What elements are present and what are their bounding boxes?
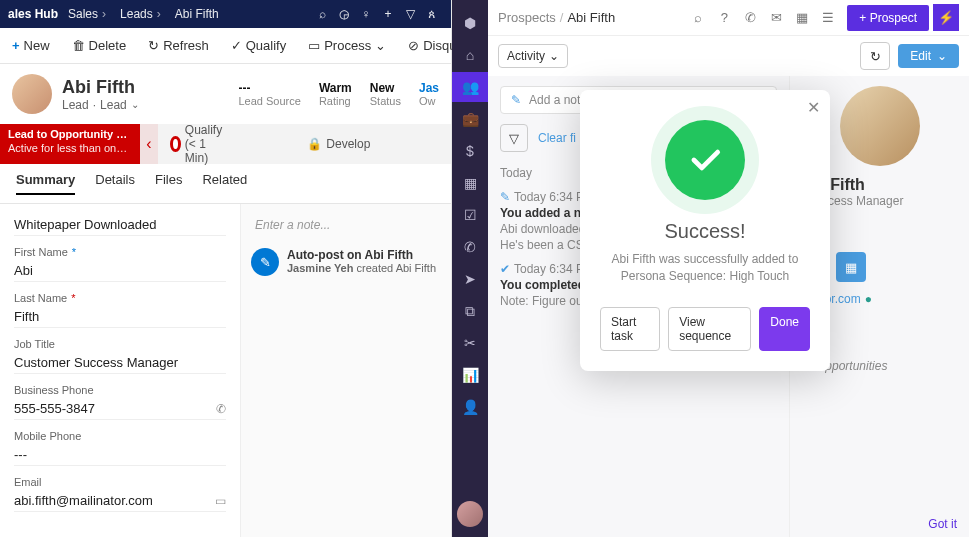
or-crumb-name: Abi Fifth (567, 10, 615, 25)
first-name-field[interactable]: Abi (14, 260, 226, 282)
nav-check-icon[interactable]: ☑ (452, 200, 488, 230)
modal-title: Success! (600, 220, 810, 243)
edit-button[interactable]: Edit⌄ (898, 44, 959, 68)
schedule-button[interactable]: ▦ (836, 252, 866, 282)
tab-related[interactable]: Related (202, 172, 247, 195)
tab-details[interactable]: Details (95, 172, 135, 195)
crumb-leads[interactable]: Leads (120, 7, 153, 21)
or-search-icon[interactable]: ⌕ (685, 10, 711, 25)
crumb-record[interactable]: Abi Fifth (175, 7, 219, 21)
lead-avatar (12, 74, 52, 114)
modal-text: Abi Fifth was successfully added to Pers… (600, 251, 810, 285)
clear-filters[interactable]: Clear fi (538, 131, 576, 145)
bulb-icon[interactable]: ♀ (355, 7, 377, 21)
nav-copy-icon[interactable]: ⧉ (452, 296, 488, 326)
autopost-icon: ✎ (251, 248, 279, 276)
prospect-avatar (840, 86, 920, 166)
nav-user-avatar[interactable] (457, 501, 483, 527)
or-cal-icon[interactable]: ▦ (789, 10, 815, 25)
start-task-button[interactable]: Start task (600, 307, 660, 351)
or-refresh-button[interactable]: ↻ (860, 42, 890, 70)
mobile-phone-field[interactable]: --- (14, 444, 226, 466)
or-list-icon[interactable]: ☰ (815, 10, 841, 25)
close-icon[interactable]: ✕ (807, 98, 820, 117)
success-check-icon (665, 120, 745, 200)
lead-subtitle[interactable]: Lead·Lead⌄ (62, 98, 139, 112)
card-icon[interactable]: ▭ (215, 494, 226, 508)
process-banner: Lead to Opportunity Sale...Active for le… (0, 124, 140, 164)
nav-home-icon[interactable]: ⌂ (452, 40, 488, 70)
nav-calendar-icon[interactable]: ▦ (452, 168, 488, 198)
plus-icon[interactable]: + (377, 7, 399, 21)
bolt-button[interactable]: ⚡ (933, 4, 959, 31)
or-phone-icon[interactable]: ✆ (737, 10, 763, 25)
delete-button[interactable]: 🗑Delete (66, 34, 133, 57)
pencil-icon: ✎ (500, 190, 510, 204)
stage-develop[interactable]: 🔒Develop (307, 137, 370, 151)
activity-dropdown[interactable]: Activity⌄ (498, 44, 568, 68)
or-help-icon[interactable]: ? (711, 10, 737, 25)
new-button[interactable]: +New (6, 34, 56, 57)
or-mail-icon[interactable]: ✉ (763, 10, 789, 25)
nav-people-icon[interactable]: 👥 (452, 72, 488, 102)
crumb-sales[interactable]: Sales (68, 7, 98, 21)
success-modal: ✕ Success! Abi Fifth was successfully ad… (580, 90, 830, 371)
prospect-button[interactable]: + Prospect (847, 5, 929, 31)
nav-scissors-icon[interactable]: ✂ (452, 328, 488, 358)
nav-dollar-icon[interactable]: $ (452, 136, 488, 166)
timeline-item[interactable]: ✎ Auto-post on Abi Fifth Jasmine Yeh cre… (251, 248, 441, 276)
nav-phone-icon[interactable]: ✆ (452, 232, 488, 262)
tab-summary[interactable]: Summary (16, 172, 75, 195)
hub-title: ales Hub (8, 7, 58, 21)
refresh-button[interactable]: ↻Refresh (142, 34, 215, 57)
view-sequence-button[interactable]: View sequence (668, 307, 751, 351)
search-icon[interactable]: ⌕ (311, 7, 333, 21)
lead-name: Abi Fifth (62, 77, 139, 98)
got-it-button[interactable]: Got it (928, 517, 957, 531)
email-field[interactable]: abi.fifth@mailinator.com▭ (14, 490, 226, 512)
user-icon[interactable]: ጰ (421, 7, 443, 21)
filter-icon[interactable]: ▽ (399, 7, 421, 21)
process-button[interactable]: ▭Process⌄ (302, 34, 392, 57)
task-icon[interactable]: ◶ (333, 7, 355, 21)
nav-briefcase-icon[interactable]: 💼 (452, 104, 488, 134)
nav-chart-icon[interactable]: 📊 (452, 360, 488, 390)
nav-person-icon[interactable]: 👤 (452, 392, 488, 422)
stage-qualify[interactable]: Qualify (< 1 Min) (170, 123, 227, 165)
job-title-field[interactable]: Customer Success Manager (14, 352, 226, 374)
banner-collapse[interactable]: ‹ (140, 124, 158, 164)
nav-logo-icon[interactable]: ⬢ (452, 8, 488, 38)
tab-files[interactable]: Files (155, 172, 182, 195)
qualify-button[interactable]: ✓Qualify (225, 34, 292, 57)
topic-field[interactable]: Whitepaper Downloaded (14, 214, 226, 236)
done-button[interactable]: Done (759, 307, 810, 351)
nav-send-icon[interactable]: ➤ (452, 264, 488, 294)
timeline-note-input[interactable]: Enter a note... (251, 214, 441, 236)
business-phone-field[interactable]: 555-555-3847✆ (14, 398, 226, 420)
check-icon: ✔ (500, 262, 510, 276)
filter-button[interactable]: ▽ (500, 124, 528, 152)
last-name-field[interactable]: Fifth (14, 306, 226, 328)
or-crumb-prospects[interactable]: Prospects (498, 10, 556, 25)
phone-icon[interactable]: ✆ (216, 402, 226, 416)
